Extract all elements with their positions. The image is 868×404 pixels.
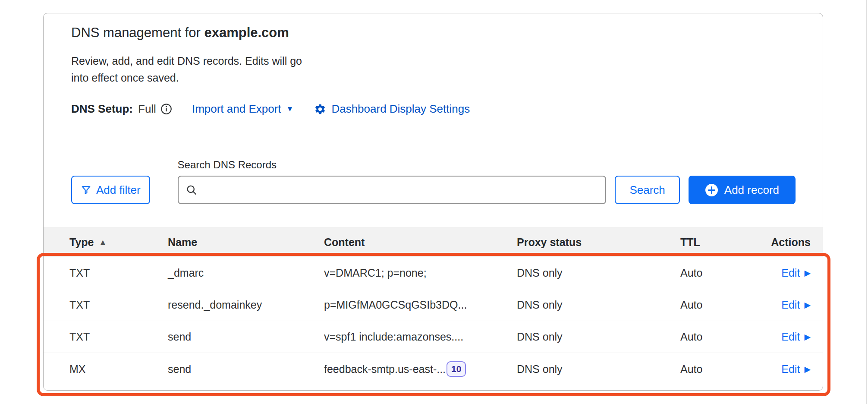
import-export-link[interactable]: Import and Export ▼ xyxy=(192,102,293,116)
cell-ttl: Auto xyxy=(680,299,761,311)
search-field-group: Search DNS Records xyxy=(178,159,607,204)
dns-setup-row: DNS Setup: Full Import and Export ▼ xyxy=(71,102,823,116)
cell-content: feedback-smtp.us-east-... 10 xyxy=(324,361,517,376)
cell-name: send xyxy=(168,331,324,343)
cell-name: send xyxy=(168,363,324,376)
plus-icon xyxy=(705,183,718,197)
mx-content-text: feedback-smtp.us-east-... xyxy=(324,363,446,376)
column-header-ttl[interactable]: TTL xyxy=(680,236,761,249)
edit-label: Edit xyxy=(781,363,800,376)
add-filter-label: Add filter xyxy=(96,183,141,197)
dns-toolbar: Add filter Search DNS Records Search xyxy=(71,159,823,204)
cell-ttl: Auto xyxy=(680,331,761,343)
sort-ascending-icon: ▲ xyxy=(99,238,107,247)
page-title-prefix: DNS management for xyxy=(71,25,204,40)
chevron-right-icon: ▶ xyxy=(804,333,811,341)
column-label-content: Content xyxy=(324,236,365,249)
column-header-proxy-status[interactable]: Proxy status xyxy=(517,236,680,249)
cell-type: TXT xyxy=(69,331,168,343)
dns-setup-value: Full xyxy=(138,102,156,116)
search-icon xyxy=(186,184,198,196)
cell-proxy-status: DNS only xyxy=(517,363,680,376)
page-title-domain: example.com xyxy=(204,25,289,40)
edit-label: Edit xyxy=(781,267,800,279)
table-row: TXT send v=spf1 include:amazonses.... DN… xyxy=(44,321,823,353)
chevron-right-icon: ▶ xyxy=(804,301,811,309)
cell-name: resend._domainkey xyxy=(168,299,324,311)
page-edge-divider xyxy=(866,0,867,404)
column-label-actions: Actions xyxy=(771,236,811,249)
page-description: Review, add, and edit DNS records. Edits… xyxy=(71,53,302,86)
edit-label: Edit xyxy=(781,299,800,311)
header-links: Import and Export ▼ Dashboard Display Se… xyxy=(192,102,470,116)
cell-type: MX xyxy=(69,363,168,376)
cell-content: v=spf1 include:amazonses.... xyxy=(324,331,517,343)
edit-record-link[interactable]: Edit▶ xyxy=(781,363,811,376)
info-icon[interactable] xyxy=(160,103,172,115)
cell-content: p=MIGfMA0GCSqGSIb3DQ... xyxy=(324,299,517,311)
filter-icon xyxy=(81,185,91,196)
column-label-name: Name xyxy=(168,236,197,249)
search-input[interactable] xyxy=(178,176,607,204)
add-filter-button[interactable]: Add filter xyxy=(71,176,150,204)
import-export-label: Import and Export xyxy=(192,102,281,116)
column-label-ttl: TTL xyxy=(680,236,700,249)
search-button[interactable]: Search xyxy=(615,176,679,204)
dashboard-display-settings-link[interactable]: Dashboard Display Settings xyxy=(314,102,470,116)
cell-proxy-status: DNS only xyxy=(517,299,680,311)
cell-proxy-status: DNS only xyxy=(517,267,680,279)
column-header-type[interactable]: Type ▲ xyxy=(69,236,168,249)
column-label-type: Type xyxy=(69,236,94,249)
column-header-content[interactable]: Content xyxy=(324,236,517,249)
dashboard-display-settings-label: Dashboard Display Settings xyxy=(331,102,470,116)
cell-content: v=DMARC1; p=none; xyxy=(324,267,517,279)
chevron-right-icon: ▶ xyxy=(804,365,811,373)
edit-record-link[interactable]: Edit▶ xyxy=(781,331,811,343)
search-label: Search DNS Records xyxy=(178,159,607,171)
table-row: TXT _dmarc v=DMARC1; p=none; DNS only Au… xyxy=(44,257,823,289)
add-record-label: Add record xyxy=(724,183,779,197)
column-header-name[interactable]: Name xyxy=(168,236,324,249)
chevron-right-icon: ▶ xyxy=(804,269,811,277)
column-header-actions: Actions xyxy=(771,236,811,249)
cell-type: TXT xyxy=(69,299,168,311)
edit-record-link[interactable]: Edit▶ xyxy=(781,299,811,311)
chevron-down-icon: ▼ xyxy=(286,105,294,113)
gear-icon xyxy=(314,103,326,115)
dns-management-card: DNS management for example.com Review, a… xyxy=(43,13,823,391)
table-row: TXT resend._domainkey p=MIGfMA0GCSqGSIb3… xyxy=(44,289,823,321)
table-header: Type ▲ Name Content Proxy status TTL Act… xyxy=(44,227,823,257)
cell-ttl: Auto xyxy=(680,267,761,279)
cell-proxy-status: DNS only xyxy=(517,331,680,343)
dns-records-table: Type ▲ Name Content Proxy status TTL Act… xyxy=(44,227,823,385)
edit-label: Edit xyxy=(781,331,800,343)
edit-record-link[interactable]: Edit▶ xyxy=(781,267,811,279)
column-label-proxy-status: Proxy status xyxy=(517,236,582,249)
cell-type: TXT xyxy=(69,267,168,279)
cell-name: _dmarc xyxy=(168,267,324,279)
add-record-button[interactable]: Add record xyxy=(689,176,796,204)
dns-setup-label: DNS Setup: xyxy=(71,102,133,116)
table-row: MX send feedback-smtp.us-east-... 10 DNS… xyxy=(44,353,823,385)
page-title: DNS management for example.com xyxy=(71,25,823,41)
mx-priority-badge: 10 xyxy=(447,361,466,376)
cell-ttl: Auto xyxy=(680,363,761,376)
